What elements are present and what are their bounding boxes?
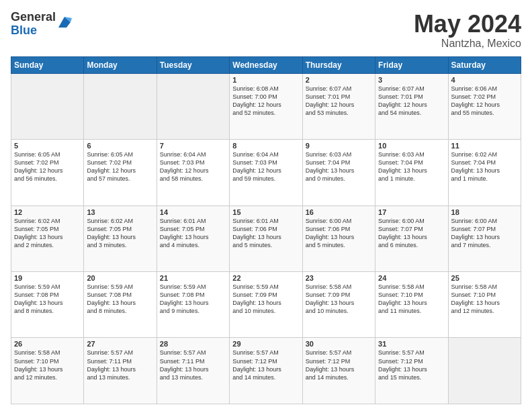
table-row: 14Sunrise: 6:01 AM Sunset: 7:05 PM Dayli… <box>157 205 229 271</box>
table-row: 17Sunrise: 6:00 AM Sunset: 7:07 PM Dayli… <box>375 205 448 271</box>
day-number: 9 <box>306 142 372 150</box>
table-row: 7Sunrise: 6:04 AM Sunset: 7:03 PM Daylig… <box>157 140 229 205</box>
table-row: 30Sunrise: 5:57 AM Sunset: 7:12 PM Dayli… <box>302 338 375 404</box>
day-number: 10 <box>378 142 445 150</box>
col-tuesday: Tuesday <box>157 56 229 73</box>
table-row <box>11 73 84 139</box>
table-row: 6Sunrise: 6:05 AM Sunset: 7:02 PM Daylig… <box>84 140 157 205</box>
day-info: Sunrise: 5:58 AM Sunset: 7:09 PM Dayligh… <box>306 283 372 316</box>
table-row: 3Sunrise: 6:07 AM Sunset: 7:01 PM Daylig… <box>375 73 448 139</box>
day-number: 12 <box>14 208 81 216</box>
day-info: Sunrise: 6:00 AM Sunset: 7:07 PM Dayligh… <box>378 217 445 250</box>
day-number: 22 <box>232 274 299 282</box>
day-number: 18 <box>451 208 518 216</box>
col-saturday: Saturday <box>448 56 521 73</box>
table-row <box>84 73 157 139</box>
day-number: 19 <box>14 274 81 282</box>
day-info: Sunrise: 6:06 AM Sunset: 7:02 PM Dayligh… <box>451 85 518 118</box>
table-row: 4Sunrise: 6:06 AM Sunset: 7:02 PM Daylig… <box>448 73 521 139</box>
day-info: Sunrise: 5:57 AM Sunset: 7:12 PM Dayligh… <box>306 349 372 381</box>
calendar-week-row: 19Sunrise: 5:59 AM Sunset: 7:08 PM Dayli… <box>11 272 521 338</box>
day-info: Sunrise: 5:57 AM Sunset: 7:12 PM Dayligh… <box>378 349 445 381</box>
day-info: Sunrise: 5:57 AM Sunset: 7:11 PM Dayligh… <box>160 349 226 381</box>
day-info: Sunrise: 6:07 AM Sunset: 7:01 PM Dayligh… <box>306 85 372 118</box>
table-row: 23Sunrise: 5:58 AM Sunset: 7:09 PM Dayli… <box>302 272 375 338</box>
day-info: Sunrise: 5:58 AM Sunset: 7:10 PM Dayligh… <box>14 349 81 381</box>
col-monday: Monday <box>84 56 157 73</box>
calendar-week-row: 5Sunrise: 6:05 AM Sunset: 7:02 PM Daylig… <box>11 140 521 205</box>
day-number: 1 <box>232 76 299 84</box>
calendar-week-row: 12Sunrise: 6:02 AM Sunset: 7:05 PM Dayli… <box>11 205 521 271</box>
day-info: Sunrise: 5:57 AM Sunset: 7:12 PM Dayligh… <box>232 349 299 381</box>
col-wednesday: Wednesday <box>230 56 302 73</box>
table-row: 15Sunrise: 6:01 AM Sunset: 7:06 PM Dayli… <box>230 205 302 271</box>
day-number: 8 <box>232 142 299 150</box>
day-info: Sunrise: 5:59 AM Sunset: 7:08 PM Dayligh… <box>87 283 153 316</box>
calendar-week-row: 26Sunrise: 5:58 AM Sunset: 7:10 PM Dayli… <box>11 338 521 404</box>
col-sunday: Sunday <box>11 56 84 73</box>
day-info: Sunrise: 6:03 AM Sunset: 7:04 PM Dayligh… <box>378 150 445 183</box>
calendar-week-row: 1Sunrise: 6:08 AM Sunset: 7:00 PM Daylig… <box>11 73 521 139</box>
month-title: May 2024 <box>414 11 521 38</box>
title-section: May 2024 Nantzha, Mexico <box>414 11 521 50</box>
day-number: 24 <box>378 274 445 282</box>
page: General Blue May 2024 Nantzha, Mexico Su… <box>0 0 532 411</box>
table-row: 20Sunrise: 5:59 AM Sunset: 7:08 PM Dayli… <box>84 272 157 338</box>
day-number: 27 <box>87 340 153 348</box>
header: General Blue May 2024 Nantzha, Mexico <box>11 11 521 50</box>
table-row: 26Sunrise: 5:58 AM Sunset: 7:10 PM Dayli… <box>11 338 84 404</box>
table-row: 24Sunrise: 5:58 AM Sunset: 7:10 PM Dayli… <box>375 272 448 338</box>
table-row: 5Sunrise: 6:05 AM Sunset: 7:02 PM Daylig… <box>11 140 84 205</box>
table-row: 2Sunrise: 6:07 AM Sunset: 7:01 PM Daylig… <box>302 73 375 139</box>
day-info: Sunrise: 6:01 AM Sunset: 7:05 PM Dayligh… <box>160 217 226 250</box>
table-row <box>448 338 521 404</box>
day-number: 20 <box>87 274 153 282</box>
table-row: 29Sunrise: 5:57 AM Sunset: 7:12 PM Dayli… <box>230 338 302 404</box>
table-row: 27Sunrise: 5:57 AM Sunset: 7:11 PM Dayli… <box>84 338 157 404</box>
table-row: 22Sunrise: 5:59 AM Sunset: 7:09 PM Dayli… <box>230 272 302 338</box>
table-row: 25Sunrise: 5:58 AM Sunset: 7:10 PM Dayli… <box>448 272 521 338</box>
table-row: 9Sunrise: 6:03 AM Sunset: 7:04 PM Daylig… <box>302 140 375 205</box>
table-row: 11Sunrise: 6:02 AM Sunset: 7:04 PM Dayli… <box>448 140 521 205</box>
day-info: Sunrise: 6:01 AM Sunset: 7:06 PM Dayligh… <box>232 217 299 250</box>
logo-general: General <box>11 11 56 24</box>
table-row: 10Sunrise: 6:03 AM Sunset: 7:04 PM Dayli… <box>375 140 448 205</box>
day-info: Sunrise: 6:02 AM Sunset: 7:04 PM Dayligh… <box>451 150 518 183</box>
day-info: Sunrise: 5:58 AM Sunset: 7:10 PM Dayligh… <box>451 283 518 316</box>
day-info: Sunrise: 6:00 AM Sunset: 7:06 PM Dayligh… <box>306 217 372 250</box>
day-info: Sunrise: 6:02 AM Sunset: 7:05 PM Dayligh… <box>87 217 153 250</box>
day-number: 3 <box>378 76 445 84</box>
day-number: 26 <box>14 340 81 348</box>
day-number: 6 <box>87 142 153 150</box>
day-info: Sunrise: 5:59 AM Sunset: 7:08 PM Dayligh… <box>14 283 81 316</box>
col-thursday: Thursday <box>302 56 375 73</box>
table-row: 18Sunrise: 6:00 AM Sunset: 7:07 PM Dayli… <box>448 205 521 271</box>
day-info: Sunrise: 6:03 AM Sunset: 7:04 PM Dayligh… <box>306 150 372 183</box>
day-number: 15 <box>232 208 299 216</box>
table-row: 12Sunrise: 6:02 AM Sunset: 7:05 PM Dayli… <box>11 205 84 271</box>
calendar-table: Sunday Monday Tuesday Wednesday Thursday… <box>11 56 521 404</box>
day-number: 17 <box>378 208 445 216</box>
day-info: Sunrise: 5:59 AM Sunset: 7:09 PM Dayligh… <box>232 283 299 316</box>
calendar-header-row: Sunday Monday Tuesday Wednesday Thursday… <box>11 56 521 73</box>
day-info: Sunrise: 6:08 AM Sunset: 7:00 PM Dayligh… <box>232 85 299 118</box>
logo-text: General Blue <box>11 11 56 38</box>
day-info: Sunrise: 5:57 AM Sunset: 7:11 PM Dayligh… <box>87 349 153 381</box>
day-info: Sunrise: 5:58 AM Sunset: 7:10 PM Dayligh… <box>378 283 445 316</box>
day-info: Sunrise: 6:02 AM Sunset: 7:05 PM Dayligh… <box>14 217 81 250</box>
logo-blue: Blue <box>11 24 56 38</box>
day-info: Sunrise: 6:05 AM Sunset: 7:02 PM Dayligh… <box>14 150 81 183</box>
day-number: 30 <box>306 340 372 348</box>
day-number: 14 <box>160 208 226 216</box>
location: Nantzha, Mexico <box>414 38 521 50</box>
table-row: 16Sunrise: 6:00 AM Sunset: 7:06 PM Dayli… <box>302 205 375 271</box>
day-number: 25 <box>451 274 518 282</box>
logo-icon <box>57 15 72 30</box>
day-number: 11 <box>451 142 518 150</box>
day-info: Sunrise: 6:04 AM Sunset: 7:03 PM Dayligh… <box>160 150 226 183</box>
day-number: 31 <box>378 340 445 348</box>
day-number: 5 <box>14 142 81 150</box>
day-number: 2 <box>306 76 372 84</box>
table-row: 13Sunrise: 6:02 AM Sunset: 7:05 PM Dayli… <box>84 205 157 271</box>
table-row: 21Sunrise: 5:59 AM Sunset: 7:08 PM Dayli… <box>157 272 229 338</box>
